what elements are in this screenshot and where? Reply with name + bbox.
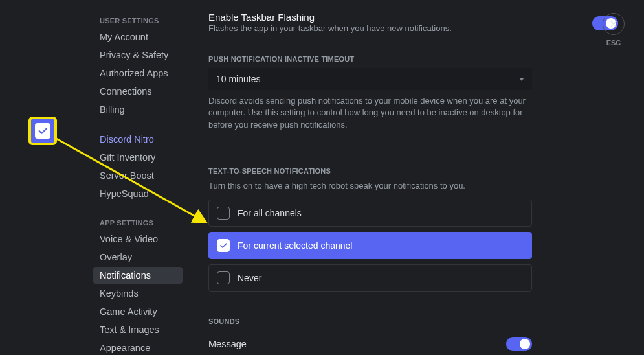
annotation-checkbox-icon bbox=[35, 123, 50, 139]
tts-option-all-channels[interactable]: For all channels bbox=[208, 200, 532, 227]
sidebar-item-discord-nitro[interactable]: Discord Nitro bbox=[93, 131, 183, 148]
sidebar-item-hypesquad[interactable]: HypeSquad bbox=[93, 185, 183, 202]
tts-option-current-channel[interactable]: For current selected channel bbox=[208, 232, 532, 259]
checkbox-checked-icon bbox=[217, 239, 230, 252]
sidebar-item-notifications[interactable]: Notifications bbox=[93, 267, 183, 284]
sound-message-label: Message bbox=[208, 339, 247, 349]
push-timeout-value: 10 minutes bbox=[216, 74, 260, 84]
settings-sidebar: USER SETTINGS My Account Privacy & Safet… bbox=[0, 0, 189, 355]
sound-message-row: Message bbox=[208, 330, 532, 355]
sidebar-item-appearance[interactable]: Appearance bbox=[93, 339, 183, 355]
app-settings-header: APP SETTINGS bbox=[93, 215, 183, 231]
sidebar-item-keybinds[interactable]: Keybinds bbox=[93, 285, 183, 302]
checkbox-icon bbox=[217, 271, 230, 284]
sidebar-item-gift-inventory[interactable]: Gift Inventory bbox=[93, 149, 183, 166]
checkbox-icon bbox=[217, 207, 230, 220]
push-timeout-desc: Discord avoids sending push notification… bbox=[208, 95, 532, 131]
sidebar-item-privacy-safety[interactable]: Privacy & Safety bbox=[93, 47, 183, 63]
tts-header: TEXT-TO-SPEECH NOTIFICATIONS bbox=[208, 167, 618, 175]
sidebar-item-authorized-apps[interactable]: Authorized Apps bbox=[93, 65, 183, 82]
sound-message-toggle[interactable] bbox=[506, 337, 532, 351]
tts-radio-group: For all channels For current selected ch… bbox=[208, 200, 532, 292]
taskbar-flashing-desc: Flashes the app in your taskbar when you… bbox=[208, 23, 452, 34]
sidebar-item-overlay[interactable]: Overlay bbox=[93, 249, 183, 266]
sidebar-item-my-account[interactable]: My Account bbox=[93, 29, 183, 45]
chevron-down-icon bbox=[519, 78, 524, 81]
annotation-highlight-box bbox=[28, 117, 57, 145]
sidebar-item-voice-video[interactable]: Voice & Video bbox=[93, 231, 183, 247]
sidebar-item-connections[interactable]: Connections bbox=[93, 83, 183, 100]
sidebar-item-billing[interactable]: Billing bbox=[93, 101, 183, 118]
sidebar-item-game-activity[interactable]: Game Activity bbox=[93, 303, 183, 320]
settings-main-panel: Enable Taskbar Flashing Flashes the app … bbox=[189, 0, 644, 355]
user-settings-header: USER SETTINGS bbox=[93, 13, 183, 29]
sidebar-item-server-boost[interactable]: Server Boost bbox=[93, 167, 183, 184]
sounds-header: SOUNDS bbox=[208, 317, 618, 325]
tts-desc: Turn this on to have a high tech robot s… bbox=[208, 180, 618, 192]
close-button[interactable]: ESC bbox=[603, 13, 625, 47]
sidebar-item-text-images[interactable]: Text & Images bbox=[93, 321, 183, 338]
tts-option-never[interactable]: Never bbox=[208, 264, 532, 292]
push-timeout-header: PUSH NOTIFICATION INACTIVE TIMEOUT bbox=[208, 55, 618, 63]
esc-label: ESC bbox=[606, 39, 621, 47]
push-timeout-select[interactable]: 10 minutes bbox=[208, 68, 532, 90]
close-icon bbox=[603, 13, 625, 35]
taskbar-flashing-title: Enable Taskbar Flashing bbox=[208, 12, 452, 23]
